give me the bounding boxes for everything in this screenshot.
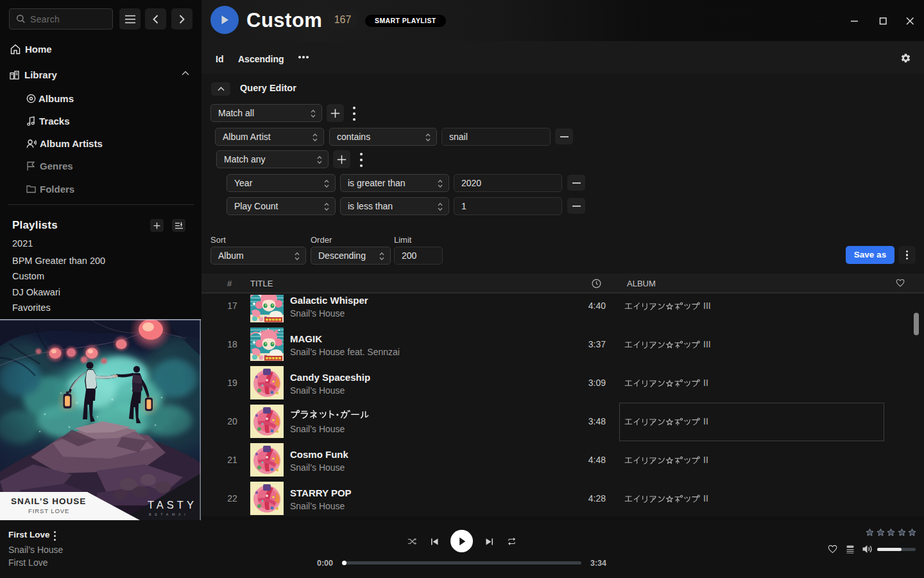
svg-text:FIRST LOVE: FIRST LOVE — [28, 507, 69, 514]
svg-text:SNAIL’S HOUSE: SNAIL’S HOUSE — [11, 496, 86, 506]
svg-text:BETAMXI: BETAMXI — [149, 512, 189, 516]
svg-text:TASTY: TASTY — [148, 499, 197, 511]
